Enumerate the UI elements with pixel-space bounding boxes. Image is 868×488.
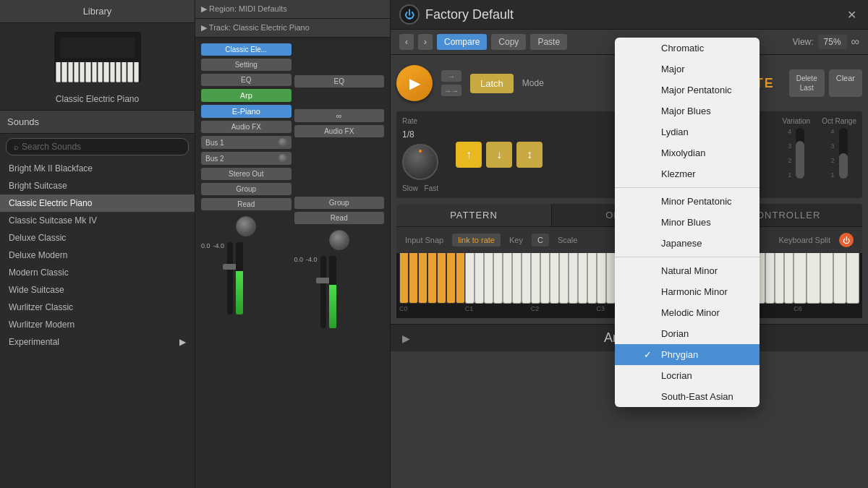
read2-btn[interactable]: Read xyxy=(294,212,385,224)
bus1-knob[interactable] xyxy=(278,138,287,147)
fader2-track[interactable] xyxy=(320,256,326,328)
link-icon[interactable]: ∞ xyxy=(851,35,859,48)
rate-knob[interactable] xyxy=(402,144,438,180)
audio-fx2-btn[interactable]: Audio FX xyxy=(294,125,385,137)
tab-pattern[interactable]: PATTERN xyxy=(396,204,552,226)
dropdown-item-dorian[interactable]: Dorian xyxy=(615,323,760,344)
dropdown-item-minor-pentatonic[interactable]: Minor Pentatonic xyxy=(615,191,760,212)
oct-range-slider[interactable] xyxy=(839,128,848,179)
wkey xyxy=(793,253,807,304)
wkey xyxy=(765,253,775,304)
wkey xyxy=(775,253,784,304)
dropdown-item-mixolydian[interactable]: Mixolydian xyxy=(615,142,760,163)
list-item[interactable]: Wurlitzer Classic xyxy=(0,299,195,316)
dropdown-item-klezmer[interactable]: Klezmer xyxy=(615,163,760,184)
bus2-btn[interactable]: Bus 2 xyxy=(201,152,292,165)
fader-thumb[interactable] xyxy=(223,264,237,270)
setting-btn[interactable]: Setting xyxy=(201,59,292,71)
compare-button[interactable]: Compare xyxy=(437,34,487,50)
variation-slider[interactable] xyxy=(796,128,804,179)
arrow-up-button[interactable]: ↑ xyxy=(456,142,482,168)
read-btn[interactable]: Read xyxy=(201,198,292,210)
dropdown-item-major-pentatonic[interactable]: Major Pentatonic xyxy=(615,80,760,100)
dropdown-item-harmonic-minor[interactable]: Harmonic Minor xyxy=(615,281,760,302)
link-btn[interactable]: ∞ xyxy=(294,109,385,122)
arrow-down-button[interactable]: ↓ xyxy=(486,142,512,168)
eq-btn[interactable]: EQ xyxy=(201,74,292,86)
list-item-experimental[interactable]: Experimental ▶ xyxy=(0,333,195,351)
dropdown-item-minor-blues[interactable]: Minor Blues xyxy=(615,212,760,233)
group2-btn[interactable]: Group xyxy=(294,197,385,209)
pan-knob[interactable] xyxy=(236,216,256,236)
next-button[interactable]: › xyxy=(418,34,433,50)
list-item[interactable]: Modern Classic xyxy=(0,264,195,281)
bus1-btn[interactable]: Bus 1 xyxy=(201,136,292,149)
stereo-out-btn[interactable]: Stereo Out xyxy=(201,168,292,180)
dropdown-item-phrygian[interactable]: ✓ Phrygian xyxy=(615,344,760,365)
rate-value: 1/8 xyxy=(402,129,438,140)
latch-button[interactable]: Latch xyxy=(470,74,514,93)
arrow-updown-button[interactable]: ↕ xyxy=(516,142,542,168)
epiano-btn[interactable]: E-Piano xyxy=(201,105,292,118)
dropdown-item-lydian[interactable]: Lydian xyxy=(615,121,760,142)
power-button[interactable]: ⏻ xyxy=(399,4,420,25)
close-button[interactable]: ✕ xyxy=(844,8,859,22)
fader2-thumb[interactable] xyxy=(316,278,331,283)
dropdown-item-natural-minor[interactable]: Natural Minor xyxy=(615,260,760,281)
c1-label: C1 xyxy=(465,305,531,312)
dropdown-item-major-blues[interactable]: Major Blues xyxy=(615,100,760,121)
mode-label: Mode xyxy=(522,78,544,88)
scale-label: Scale xyxy=(558,236,578,244)
item-label: Chromatic xyxy=(661,43,704,53)
list-item[interactable]: Deluxe Modern xyxy=(0,247,195,264)
bus2-knob[interactable] xyxy=(278,154,287,163)
piano-white-key xyxy=(68,62,73,82)
variation-fill xyxy=(796,141,804,179)
wkey xyxy=(820,253,833,304)
copy-button[interactable]: Copy xyxy=(491,34,526,50)
delete-last-button[interactable]: Delete Last xyxy=(789,69,825,97)
footer-play-icon[interactable]: ▶ xyxy=(402,333,410,344)
list-item[interactable]: Bright Mk II Blackface xyxy=(0,160,195,177)
search-box[interactable]: ⌕ Search Sounds xyxy=(6,138,189,155)
keyboard-split-power[interactable]: ⏻ xyxy=(839,233,854,247)
dropdown-item-major[interactable]: Major xyxy=(615,59,760,80)
arp-btn[interactable]: Arp xyxy=(201,89,292,102)
dropdown-item-chromatic[interactable]: Chromatic xyxy=(615,38,760,59)
item-label: South-East Asian xyxy=(661,391,733,402)
prev-button[interactable]: ‹ xyxy=(399,34,414,50)
dropdown-item-melodic-minor[interactable]: Melodic Minor xyxy=(615,302,760,323)
record-icon-2[interactable]: →→ xyxy=(441,85,461,96)
wkey xyxy=(833,253,846,304)
key-value[interactable]: C xyxy=(532,234,549,247)
link-to-rate-btn[interactable]: link to rate xyxy=(452,234,501,247)
item-label: Major xyxy=(661,64,685,74)
library-panel: Library Classic Electric Piano Sounds xyxy=(0,0,195,488)
fader-track[interactable] xyxy=(227,242,233,314)
paste-button[interactable]: Paste xyxy=(530,34,567,50)
dropdown-item-japanese[interactable]: Japanese xyxy=(615,233,760,254)
clear-button[interactable]: Clear xyxy=(829,69,862,97)
wkey xyxy=(484,253,493,304)
view-label: View: xyxy=(792,37,813,47)
wkey xyxy=(807,253,820,304)
channel-name-btn[interactable]: Classic Ele... xyxy=(201,43,292,56)
list-item[interactable]: Bright Suitcase xyxy=(0,177,195,194)
audio-fx-btn[interactable]: Audio FX xyxy=(201,121,292,133)
dropdown-separator-1 xyxy=(615,187,760,188)
piano-icon xyxy=(54,32,141,82)
sounds-section-header: Sounds xyxy=(0,110,195,134)
pan2-knob[interactable] xyxy=(329,230,349,250)
list-item-active[interactable]: Classic Electric Piano xyxy=(0,194,195,212)
view-value[interactable]: 75% xyxy=(818,35,847,49)
list-item[interactable]: Deluxe Classic xyxy=(0,229,195,247)
dropdown-item-locrian[interactable]: Locrian xyxy=(615,365,760,386)
dropdown-item-south-east-asian[interactable]: South-East Asian xyxy=(615,386,760,407)
group-btn[interactable]: Group xyxy=(201,183,292,195)
list-item[interactable]: Wide Suitcase xyxy=(0,281,195,299)
list-item[interactable]: Wurlitzer Modern xyxy=(0,316,195,333)
play-button[interactable]: ▶ xyxy=(396,65,433,101)
record-icon-1[interactable]: → xyxy=(441,70,461,82)
eq2-btn[interactable]: EQ xyxy=(294,75,385,87)
list-item[interactable]: Classic Suitcase Mk IV xyxy=(0,212,195,229)
